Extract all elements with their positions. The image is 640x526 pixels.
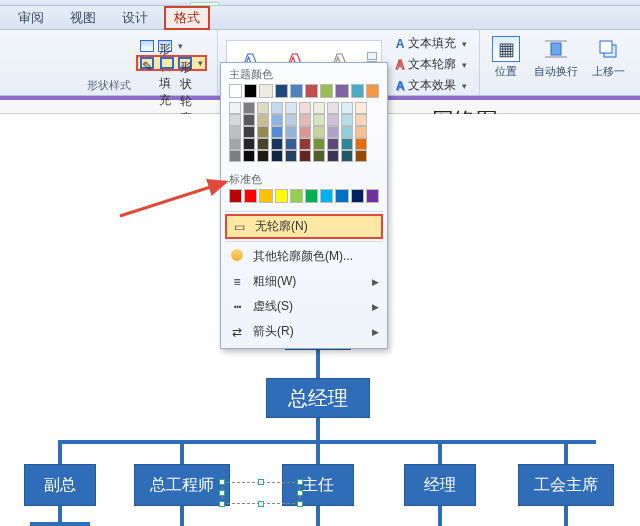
chart-node-vp[interactable]: 副总 — [24, 464, 96, 506]
color-swatch[interactable] — [285, 150, 297, 162]
color-swatch[interactable] — [320, 189, 333, 203]
color-swatch[interactable] — [341, 138, 353, 150]
color-swatch[interactable] — [259, 189, 272, 203]
standard-colors-grid[interactable] — [221, 189, 387, 209]
color-swatch[interactable] — [257, 150, 269, 162]
color-swatch[interactable] — [271, 126, 283, 138]
color-swatch[interactable] — [243, 150, 255, 162]
color-swatch[interactable] — [327, 114, 339, 126]
color-swatch[interactable] — [313, 126, 325, 138]
text-fill-button[interactable]: A文本填充 — [392, 34, 472, 53]
color-swatch[interactable] — [299, 102, 311, 114]
color-swatch[interactable] — [229, 126, 241, 138]
color-swatch[interactable] — [327, 138, 339, 150]
color-swatch[interactable] — [299, 138, 311, 150]
color-swatch[interactable] — [259, 84, 272, 98]
color-swatch[interactable] — [243, 102, 255, 114]
color-swatch[interactable] — [229, 102, 241, 114]
position-button[interactable]: ▦ 位置 — [488, 34, 524, 81]
shape-fill-button[interactable]: 形状填充 — [136, 39, 207, 53]
chart-node-union[interactable]: 工会主席 — [518, 464, 614, 506]
dashes-item[interactable]: ┅ 虚线(S) ▶ — [221, 294, 387, 319]
color-swatch[interactable] — [355, 114, 367, 126]
bring-forward-button[interactable]: 上移一 — [588, 34, 629, 81]
text-fill-label: 文本填充 — [408, 35, 456, 52]
color-swatch[interactable] — [257, 114, 269, 126]
color-swatch[interactable] — [229, 150, 241, 162]
shape-outline-label: 形状轮廓 — [178, 57, 192, 69]
color-swatch[interactable] — [285, 114, 297, 126]
more-colors-item[interactable]: 其他轮廓颜色(M)... — [221, 244, 387, 269]
color-swatch[interactable] — [335, 84, 348, 98]
color-swatch[interactable] — [271, 102, 283, 114]
wrap-text-button[interactable]: 自动换行 — [530, 34, 582, 81]
color-swatch[interactable] — [299, 150, 311, 162]
arrows-item[interactable]: ⇄ 箭头(R) ▶ — [221, 319, 387, 344]
color-swatch[interactable] — [257, 102, 269, 114]
chevron-right-icon: ▶ — [372, 302, 379, 312]
tab-design[interactable]: 设计 — [112, 6, 158, 30]
color-swatch[interactable] — [341, 150, 353, 162]
color-swatch[interactable] — [271, 150, 283, 162]
color-swatch[interactable] — [275, 84, 288, 98]
weight-label: 粗细(W) — [253, 273, 296, 290]
chart-node-chief-eng[interactable]: 总工程师 — [134, 464, 230, 506]
color-swatch[interactable] — [320, 84, 333, 98]
color-swatch[interactable] — [313, 138, 325, 150]
color-swatch[interactable] — [243, 126, 255, 138]
theme-colors-grid[interactable] — [221, 84, 387, 168]
color-swatch[interactable] — [243, 138, 255, 150]
color-swatch[interactable] — [351, 84, 364, 98]
tab-view[interactable]: 视图 — [60, 6, 106, 30]
more-colors-label: 其他轮廓颜色(M)... — [253, 248, 353, 265]
color-swatch[interactable] — [305, 84, 318, 98]
no-outline-item[interactable]: ▭ 无轮廓(N) — [225, 214, 383, 239]
text-outline-button[interactable]: A文本轮廓 — [392, 55, 472, 74]
tab-format[interactable]: 格式 — [164, 6, 210, 30]
color-swatch[interactable] — [229, 114, 241, 126]
text-effects-button[interactable]: A文本效果 — [392, 76, 472, 95]
color-swatch[interactable] — [355, 150, 367, 162]
color-swatch[interactable] — [366, 84, 379, 98]
color-swatch[interactable] — [355, 138, 367, 150]
color-swatch[interactable] — [299, 126, 311, 138]
color-swatch[interactable] — [285, 138, 297, 150]
chart-node-manager[interactable]: 经理 — [404, 464, 476, 506]
color-swatch[interactable] — [327, 102, 339, 114]
color-swatch[interactable] — [327, 150, 339, 162]
shape-outline-button[interactable]: ✎形状轮廓 — [136, 55, 207, 71]
color-swatch[interactable] — [290, 84, 303, 98]
color-swatch[interactable] — [341, 114, 353, 126]
color-swatch[interactable] — [366, 189, 379, 203]
tab-review[interactable]: 审阅 — [8, 6, 54, 30]
color-swatch[interactable] — [285, 102, 297, 114]
color-swatch[interactable] — [271, 138, 283, 150]
color-swatch[interactable] — [355, 126, 367, 138]
color-swatch[interactable] — [271, 114, 283, 126]
color-swatch[interactable] — [327, 126, 339, 138]
color-swatch[interactable] — [244, 84, 257, 98]
color-swatch[interactable] — [290, 189, 303, 203]
color-swatch[interactable] — [243, 114, 255, 126]
color-swatch[interactable] — [257, 138, 269, 150]
color-swatch[interactable] — [341, 126, 353, 138]
chart-node-gm[interactable]: 总经理 — [266, 378, 370, 418]
color-swatch[interactable] — [313, 102, 325, 114]
color-swatch[interactable] — [275, 189, 288, 203]
color-swatch[interactable] — [305, 189, 318, 203]
chart-connector — [86, 522, 90, 526]
color-swatch[interactable] — [257, 126, 269, 138]
color-swatch[interactable] — [229, 138, 241, 150]
color-swatch[interactable] — [341, 102, 353, 114]
color-swatch[interactable] — [285, 126, 297, 138]
color-swatch[interactable] — [313, 150, 325, 162]
weight-item[interactable]: ≡ 粗细(W) ▶ — [221, 269, 387, 294]
color-swatch[interactable] — [313, 114, 325, 126]
color-swatch[interactable] — [351, 189, 364, 203]
color-swatch[interactable] — [335, 189, 348, 203]
color-swatch[interactable] — [299, 114, 311, 126]
color-swatch[interactable] — [229, 84, 242, 98]
color-swatch[interactable] — [355, 102, 367, 114]
color-swatch[interactable] — [244, 189, 257, 203]
chart-connector — [58, 440, 62, 466]
